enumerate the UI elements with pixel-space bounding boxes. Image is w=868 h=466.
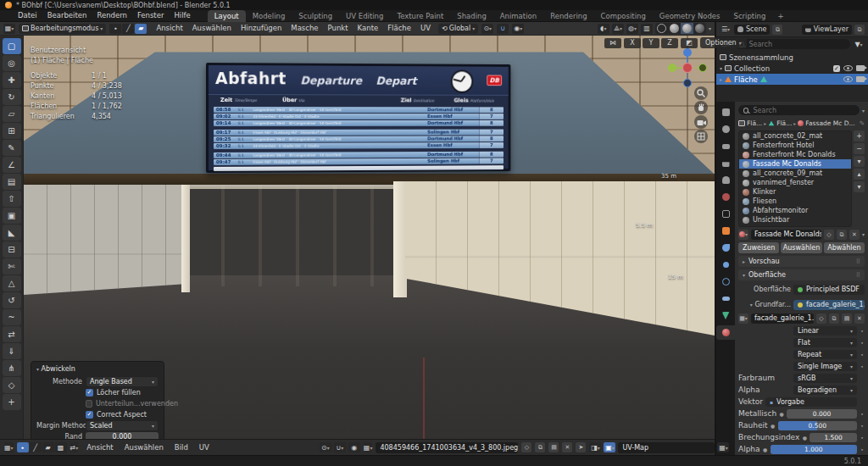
material-slot-vannimed-fenster[interactable]: vannimed_fenster — [739, 178, 851, 187]
interpolation-dropdown[interactable]: Linear▾ — [793, 326, 857, 336]
tool-add-cube[interactable]: ▤ — [3, 174, 21, 190]
remove-slot-button[interactable]: − — [854, 143, 865, 154]
select-button[interactable]: Auswählen — [781, 242, 821, 253]
properties-tab-particles[interactable] — [716, 258, 735, 272]
proportional-edit-button[interactable]: ◉▾ — [512, 24, 524, 34]
options-dropdown[interactable]: Optionen▾ — [700, 37, 747, 48]
outliner-item-collection[interactable]: ▾ Collection ✓ — [716, 63, 868, 74]
move-slot-down-button[interactable]: ▾ — [854, 181, 865, 192]
pin-icon[interactable]: ✎ — [860, 119, 865, 127]
scene-new-button[interactable]: ⧉ — [772, 25, 782, 35]
mirror-icon[interactable]: ⋈ — [604, 38, 621, 48]
preview-panel-header[interactable]: ▸Vorschau⠿ — [738, 256, 865, 267]
face-select-button[interactable]: ▰ — [135, 24, 147, 34]
uv-sync-button[interactable]: ⇄▾ — [70, 442, 79, 452]
uv-copy-image-button[interactable]: ⧉ — [535, 442, 545, 452]
tool-cursor[interactable]: ◎ — [3, 55, 21, 71]
tool-spin[interactable]: ↺ — [3, 292, 21, 308]
editor-type-button[interactable]: ▦▾ — [3, 24, 15, 34]
uv-menu-ausw-hlen[interactable]: Auswählen — [120, 442, 169, 453]
breadcrumb-data[interactable]: Flä... — [776, 119, 792, 127]
overlays-button[interactable]: ◍▾ — [626, 24, 638, 34]
mode-dropdown[interactable]: Bearbeitungsmodus▾ — [19, 24, 106, 34]
surface-panel-header[interactable]: ▾Oberfläche⠿ — [738, 269, 865, 280]
properties-tab-output[interactable] — [716, 139, 735, 153]
menu-rendern[interactable]: Rendern — [92, 10, 132, 21]
menu-hilfe[interactable]: Hilfe — [169, 10, 195, 21]
uv-image-name-field[interactable]: 408459466_1741003634_v4_3_800.jpeg — [376, 442, 518, 453]
margin-method-dropdown[interactable]: Scaled▾ — [86, 420, 159, 431]
rendered-shading-button[interactable] — [693, 23, 706, 34]
tool-bevel[interactable]: ◣ — [3, 225, 21, 241]
vector-value-field[interactable]: ▪Vorgabe — [765, 397, 857, 407]
material-specials-arrow[interactable]: ▾ — [862, 231, 865, 237]
add-slot-button[interactable]: + — [854, 130, 865, 141]
expand-arrow[interactable]: ▾ — [720, 65, 722, 71]
workspace-tab-scripting[interactable]: Scripting — [727, 10, 773, 22]
workspace-tab-animation[interactable]: Animation — [493, 10, 543, 22]
properties-tab-collection[interactable] — [716, 207, 735, 221]
uv-fake-user-icon[interactable]: ◇ — [521, 442, 531, 452]
uv-proportional-button[interactable]: ◉ — [348, 442, 360, 452]
workspace-tab-compositing[interactable]: Compositing — [594, 10, 653, 22]
hide-eye-icon[interactable] — [843, 76, 853, 82]
view-layer-selector[interactable]: ViewLayer — [802, 25, 852, 35]
material-preview-button[interactable] — [681, 23, 693, 34]
subdivision-checkbox[interactable]: ✓ — [86, 400, 92, 408]
open-image-button[interactable]: ▤ — [842, 313, 852, 324]
workspace-tab-modeling[interactable]: Modeling — [246, 10, 292, 22]
tool-measure[interactable]: ∠ — [3, 157, 21, 173]
unwrap-panel-header[interactable]: ▾ Abwickeln — [36, 365, 159, 373]
source-dropdown[interactable]: Single Image▾ — [793, 362, 857, 371]
rauheit-slider[interactable]: 0.500 — [778, 421, 857, 430]
tool-rip-region[interactable]: ⋔ — [3, 360, 21, 376]
alpha-slider[interactable]: 1.000 — [771, 445, 857, 454]
vertex-select-button[interactable]: ∙ — [109, 24, 121, 34]
properties-tab-tool[interactable] — [716, 105, 735, 119]
outliner-search-input[interactable] — [747, 40, 845, 49]
viewport-menu-masche[interactable]: Masche — [287, 23, 322, 34]
properties-tab-object-data[interactable] — [716, 308, 735, 323]
tool-poly-build[interactable]: △ — [3, 275, 21, 291]
tool-more-tools[interactable]: + — [3, 394, 21, 410]
material-slot-abfahrtsmonitor[interactable]: Abfahrtsmonitor — [739, 206, 851, 215]
tool-select-box[interactable]: ▢ — [3, 38, 21, 54]
metallisch-slider[interactable]: 0.000 — [787, 409, 857, 419]
breadcrumb-object[interactable]: Flä... — [747, 119, 762, 127]
new-material-button[interactable]: ⧉ — [837, 230, 847, 240]
uv-edge-select-button[interactable]: ╱ — [30, 442, 42, 452]
uv-display-button[interactable]: ◨▾ — [589, 442, 601, 452]
wireframe-shading-button[interactable] — [655, 23, 668, 34]
uv-image-browse-button[interactable]: ▦▾ — [364, 442, 373, 452]
xray-toggle-button[interactable]: ▥ — [641, 24, 653, 34]
properties-tab-render[interactable] — [716, 122, 735, 136]
tool-rotate[interactable]: ↻ — [3, 89, 21, 105]
tool-extrude-region[interactable]: ⇧ — [3, 191, 21, 207]
edge-select-button[interactable]: ╱ — [122, 24, 134, 34]
tool-loop-cut[interactable]: ⊟ — [3, 241, 21, 258]
workspace-tab-texture-paint[interactable]: Texture Paint — [390, 10, 450, 22]
tool-knife[interactable]: ✄ — [3, 258, 21, 275]
properties-tab-constraints[interactable] — [716, 291, 735, 306]
viewport-canvas[interactable]: Abfahrt Departure Depart DB ZeitTime/Tem… — [24, 36, 715, 439]
uv-face-select-button[interactable]: ▰ — [42, 442, 54, 452]
orientation-dropdown[interactable]: ⟲Global▾ — [438, 24, 478, 34]
outliner-item-flaeche[interactable]: ▸ Fläche — [716, 74, 868, 85]
scene-selector[interactable]: Scene — [734, 25, 770, 35]
properties-search-input[interactable] — [751, 106, 854, 115]
tool-smooth[interactable]: ~ — [3, 309, 21, 325]
fake-user-shield-icon[interactable]: ◇ — [816, 313, 826, 324]
tool-transform[interactable]: ⊞ — [3, 123, 21, 139]
outliner-filter-button[interactable]: ▼▾ — [853, 39, 865, 49]
mirror-axis-z[interactable]: Z — [661, 38, 678, 48]
image-name-field[interactable]: facade_galerie_1.dds — [751, 313, 814, 324]
viewport-menu-uv[interactable]: UV — [416, 23, 435, 34]
properties-tab-scene[interactable] — [716, 173, 735, 187]
navigation-gizmo[interactable] — [665, 46, 709, 90]
mirror-axis-y[interactable]: Y — [643, 38, 659, 48]
uv-pivot-button[interactable]: ⊙▾ — [320, 442, 331, 452]
visibility-dropdown[interactable]: ◖▾ — [598, 24, 609, 34]
material-slot-unsichtbar[interactable]: Unsichtbar — [739, 215, 851, 225]
zoom-button[interactable] — [694, 86, 708, 100]
material-slot-all-concrete-02-mat[interactable]: all_concrete_02_mat — [739, 131, 851, 141]
